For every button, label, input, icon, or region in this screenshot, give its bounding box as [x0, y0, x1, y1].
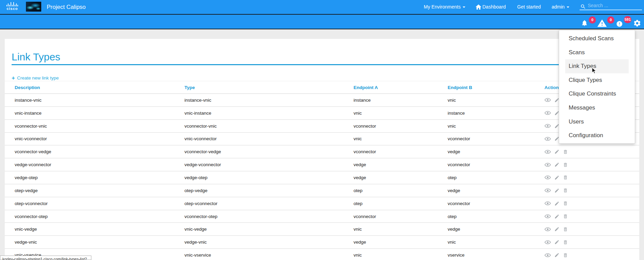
- brand-photo-thumbnail: [26, 2, 41, 12]
- pencil-icon[interactable]: [554, 252, 559, 258]
- row-actions: [544, 149, 636, 155]
- table-row: instance-vnicinstance-vnicinstancevnic: [5, 94, 639, 107]
- column-header-description[interactable]: Description: [15, 85, 184, 90]
- settings-dropdown-menu: Scheduled ScansScansLink TypesClique Typ…: [559, 30, 635, 144]
- cell-endpoint-b: vnic: [448, 98, 544, 103]
- cell-description: vnic-vconnector: [15, 136, 184, 141]
- eye-icon[interactable]: [544, 162, 551, 167]
- cell-endpoint-b: instance: [448, 111, 544, 116]
- trash-icon[interactable]: [563, 162, 568, 168]
- eye-icon[interactable]: [544, 124, 551, 128]
- menu-item-scheduled-scans[interactable]: Scheduled Scans: [565, 32, 629, 46]
- pencil-icon[interactable]: [554, 240, 559, 245]
- cisco-logo[interactable]: cisco: [4, 2, 20, 13]
- cell-endpoint-b: vedge: [448, 149, 544, 154]
- menu-item-configuration[interactable]: Configuration: [565, 129, 629, 143]
- cell-endpoint-a: vnic: [354, 111, 448, 116]
- pencil-icon[interactable]: [554, 162, 559, 167]
- eye-icon[interactable]: [544, 98, 551, 102]
- trash-icon[interactable]: [563, 252, 568, 258]
- warning-triangle-icon[interactable]: [597, 19, 607, 27]
- error-circle-icon[interactable]: [616, 20, 623, 27]
- user-name-label: admin: [552, 4, 565, 10]
- status-bar-url: korlev-calipso-staging1.cisco.com/link-t…: [0, 256, 91, 260]
- content-card: Link Types +Create new link type Descrip…: [5, 39, 639, 260]
- trash-icon[interactable]: [563, 240, 568, 245]
- trash-icon[interactable]: [563, 227, 568, 232]
- cell-endpoint-b: vconnector: [448, 136, 544, 141]
- table-row: vnic-vservicevnic-vservicevnicvservice: [5, 249, 639, 260]
- pencil-icon[interactable]: [554, 201, 559, 206]
- cell-type: vconnector-otep: [184, 214, 354, 219]
- cell-description: vconnector-vedge: [15, 149, 184, 154]
- table-row: otep-vedgeotep-vedgeotepvedge: [5, 184, 639, 197]
- cell-description: vconnector-vnic: [15, 124, 184, 129]
- cell-endpoint-b: vedge: [448, 188, 544, 193]
- row-actions: [544, 162, 636, 168]
- nav-user-menu[interactable]: admin: [552, 0, 569, 14]
- menu-item-clique-types[interactable]: Clique Types: [565, 73, 629, 87]
- warnings-badge[interactable]: 0: [607, 16, 614, 24]
- cell-endpoint-a: vedge: [354, 240, 448, 245]
- search-input[interactable]: [580, 1, 642, 10]
- trash-icon[interactable]: [563, 188, 568, 193]
- cell-description: instance-vnic: [15, 98, 184, 103]
- cell-endpoint-b: vconnector: [448, 201, 544, 206]
- table-row: vedge-vconnectorvedge-vconnectorvedgevco…: [5, 158, 639, 171]
- eye-icon[interactable]: [544, 175, 551, 180]
- pencil-icon[interactable]: [554, 227, 559, 232]
- title-underline: [12, 64, 634, 65]
- table-row: vnic-instancevnic-instancevnicinstance: [5, 107, 639, 120]
- column-header-type[interactable]: Type: [184, 85, 354, 90]
- table-row: vedge-otepvedge-otepvedgeotep: [5, 171, 639, 184]
- plus-icon: +: [12, 75, 15, 81]
- pencil-icon[interactable]: [554, 214, 559, 219]
- cell-type: vedge-vconnector: [184, 162, 354, 167]
- pencil-icon[interactable]: [554, 149, 559, 154]
- create-new-link-type-link[interactable]: +Create new link type: [12, 75, 59, 82]
- trash-icon[interactable]: [563, 214, 568, 219]
- link-types-table: DescriptionTypeEndpoint AEndpoint BActio…: [5, 81, 639, 260]
- eye-icon[interactable]: [544, 240, 551, 245]
- nav-dashboard[interactable]: Dashboard: [476, 0, 506, 14]
- errors-badge[interactable]: 591: [624, 16, 631, 23]
- gear-icon[interactable]: [633, 19, 641, 27]
- table-row: vconnector-vnicvconnector-vnicvconnector…: [5, 120, 639, 133]
- trash-icon[interactable]: [563, 149, 568, 155]
- eye-icon[interactable]: [544, 201, 551, 206]
- eye-icon[interactable]: [544, 149, 551, 154]
- trash-icon[interactable]: [563, 201, 568, 206]
- cell-endpoint-a: vnic: [354, 227, 448, 232]
- trash-icon[interactable]: [563, 175, 568, 180]
- eye-icon[interactable]: [544, 214, 551, 219]
- menu-item-clique-constraints[interactable]: Clique Constraints: [565, 87, 629, 101]
- alerts-toolbar: 0 0 591: [0, 15, 644, 29]
- column-header-endpoint-a[interactable]: Endpoint A: [354, 85, 448, 90]
- cell-description: vconnector-otep: [15, 214, 184, 219]
- table-row: vconnector-otepvconnector-otepvconnector…: [5, 210, 639, 223]
- menu-item-users[interactable]: Users: [565, 115, 629, 129]
- eye-icon[interactable]: [544, 136, 551, 141]
- pencil-icon[interactable]: [554, 175, 559, 180]
- menu-item-messages[interactable]: Messages: [565, 101, 629, 115]
- pencil-icon[interactable]: [554, 188, 559, 193]
- row-actions: [544, 227, 636, 232]
- cell-type: vedge-vnic: [184, 240, 354, 245]
- bell-icon[interactable]: [581, 19, 588, 27]
- my-environments-label: My Environments: [424, 4, 461, 10]
- nav-get-started[interactable]: Get started: [517, 0, 541, 14]
- notifications-badge[interactable]: 0: [589, 16, 596, 24]
- cell-endpoint-a: vedge: [354, 175, 448, 180]
- column-header-endpoint-b[interactable]: Endpoint B: [448, 85, 544, 90]
- cell-description: vnic-instance: [15, 111, 184, 116]
- menu-item-link-types[interactable]: Link Types: [565, 59, 629, 73]
- page-title: Link Types: [12, 51, 60, 63]
- row-actions: [544, 240, 636, 245]
- menu-item-scans[interactable]: Scans: [565, 46, 629, 60]
- cell-endpoint-a: vnic: [354, 136, 448, 141]
- eye-icon[interactable]: [544, 253, 551, 258]
- eye-icon[interactable]: [544, 111, 551, 115]
- eye-icon[interactable]: [544, 227, 551, 232]
- eye-icon[interactable]: [544, 188, 551, 193]
- nav-my-environments[interactable]: My Environments: [424, 0, 465, 14]
